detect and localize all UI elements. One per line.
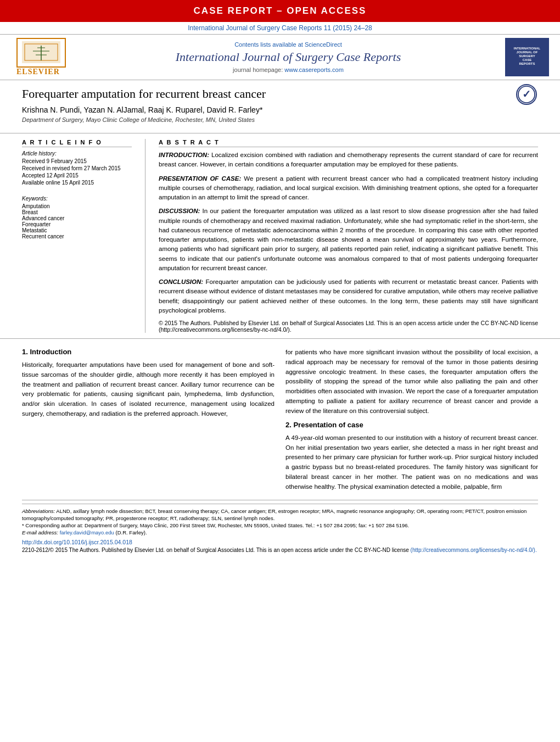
corresponding-label: * Corresponding author at: <box>22 522 83 528</box>
abstract-title: A B S T R A C T <box>159 139 538 147</box>
abstract-copyright: © 2015 The Authors. Published by Elsevie… <box>159 320 538 333</box>
keyword-forequarter: Forequarter <box>22 221 132 227</box>
doi-line: http://dx.doi.org/10.1016/j.ijscr.2015.0… <box>0 537 560 545</box>
article-info-title: A R T I C L E I N F O <box>22 139 132 147</box>
intro-text: Localized excision combined with radiati… <box>159 152 538 168</box>
email-label: E-mail address: <box>22 529 58 535</box>
article-info-abstract: A R T I C L E I N F O Article history: R… <box>0 133 560 339</box>
received-date: Received 9 February 2015 <box>22 158 132 164</box>
abstract-case: PRESENTATION OF CASE: We present a patie… <box>159 174 538 203</box>
presentation-text: A 49-year-old woman presented to our ins… <box>285 433 538 492</box>
corresponding-note: * Corresponding author at: Department of… <box>22 522 538 529</box>
body-left-column: 1. Introduction Historically, forequarte… <box>22 348 275 496</box>
footnote-divider <box>22 500 538 500</box>
case-label: PRESENTATION OF CASE: <box>159 175 241 182</box>
affiliation: Department of Surgery, Mayo Clinic Colle… <box>22 116 516 123</box>
intro-right-text: for patients who have more significant i… <box>285 348 538 416</box>
footnotes-area: Abbreviations: ALND, axillary lymph node… <box>22 504 538 537</box>
svg-text:✓: ✓ <box>522 88 531 100</box>
journal-homepage: journal homepage: www.casereports.com <box>82 66 494 73</box>
journal-header-bar: ELSEVIER Contents lists available at Sci… <box>0 34 560 80</box>
corresponding-text: Department of Surgery, Mayo Clinic, 200 … <box>85 522 409 528</box>
abbreviations-text: ALND, axillary lymph node dissection; BC… <box>22 508 527 521</box>
doi-link[interactable]: http://dx.doi.org/10.1016/j.ijscr.2015.0… <box>22 539 132 545</box>
homepage-link[interactable]: www.casereports.com <box>284 66 344 73</box>
column-divider <box>145 139 145 333</box>
body-right-column: for patients who have more significant i… <box>285 348 538 496</box>
keyword-metastatic: Metastatic <box>22 227 132 233</box>
paper-title: Forequarter amputation for recurrent bre… <box>22 87 516 101</box>
authors-list: Krishna N. Pundi, Yazan N. AlJamal, Raaj… <box>22 105 516 114</box>
email-link[interactable]: farley.david@mayo.edu <box>60 529 114 535</box>
journal-title: International Journal of Surgery Case Re… <box>82 50 494 64</box>
journal-logo-box: INTERNATIONALJOURNAL OFSURGERYCASEREPORT… <box>505 38 549 76</box>
abstract-intro: INTRODUCTION: Localized excision combine… <box>159 150 538 170</box>
case-report-header: CASE REPORT – OPEN ACCESS <box>0 0 560 22</box>
abbreviations-note: Abbreviations: ALND, axillary lymph node… <box>22 507 538 522</box>
introduction-heading: 1. Introduction <box>22 348 275 356</box>
article-info-panel: A R T I C L E I N F O Article history: R… <box>22 139 132 333</box>
bottom-license-link[interactable]: (http://creativecommons.org/licenses/by-… <box>411 547 537 553</box>
abbreviations-label: Abbreviations: <box>22 508 55 514</box>
bottom-note: 2210-2612/© 2015 The Authors. Published … <box>0 545 560 557</box>
conclusion-label: CONCLUSION: <box>159 278 203 285</box>
journal-reference: International Journal of Surgery Case Re… <box>0 22 560 34</box>
keyword-breast: Breast <box>22 209 132 215</box>
online-date: Available online 15 April 2015 <box>22 180 132 186</box>
keywords-label: Keywords: <box>22 196 132 202</box>
elsevier-logo: ELSEVIER <box>11 41 71 74</box>
keywords-list: Amputation Breast Advanced cancer Forequ… <box>22 203 132 239</box>
elsevier-wordmark: ELSEVIER <box>16 68 66 76</box>
journal-center-info: Contents lists available at ScienceDirec… <box>71 41 505 73</box>
abstract-discussion: DISCUSSION: In our patient the forequart… <box>159 207 538 273</box>
email-note: E-mail address: farley.david@mayo.edu (D… <box>22 529 538 536</box>
presentation-heading: 2. Presentation of case <box>285 421 538 429</box>
crossmark-logo: ✓ <box>516 84 538 106</box>
intro-label: INTRODUCTION: <box>159 152 209 158</box>
abstract-conclusion: CONCLUSION: Forequarter amputation can b… <box>159 277 538 315</box>
paper-section: Forequarter amputation for recurrent bre… <box>0 80 560 133</box>
abstract-panel: A B S T R A C T INTRODUCTION: Localized … <box>159 139 538 333</box>
bottom-line1: 2210-2612/© 2015 The Authors. Published … <box>22 547 409 553</box>
keyword-advanced-cancer: Advanced cancer <box>22 215 132 221</box>
conclusion-text: Forequarter amputation can be judiciousl… <box>159 278 538 314</box>
discussion-label: DISCUSSION: <box>159 208 200 214</box>
revised-date: Received in revised form 27 March 2015 <box>22 165 132 171</box>
elsevier-logo-tree <box>16 38 66 68</box>
logo-title: INTERNATIONALJOURNAL OFSURGERYCASEREPORT… <box>514 47 541 66</box>
keyword-recurrent-cancer: Recurrent cancer <box>22 233 132 239</box>
keyword-amputation: Amputation <box>22 203 132 209</box>
article-history-label: Article history: <box>22 150 132 157</box>
contents-available-text: Contents lists available at ScienceDirec… <box>82 41 494 48</box>
body-section: 1. Introduction Historically, forequarte… <box>0 339 560 496</box>
sciencedirect-link[interactable]: ScienceDirect <box>305 41 342 48</box>
email-suffix: (D.R. Farley). <box>116 529 147 535</box>
accepted-date: Accepted 12 April 2015 <box>22 172 132 178</box>
introduction-text: Historically, forequarter amputations ha… <box>22 360 275 419</box>
discussion-text: In our patient the forequarter amputatio… <box>159 208 538 271</box>
